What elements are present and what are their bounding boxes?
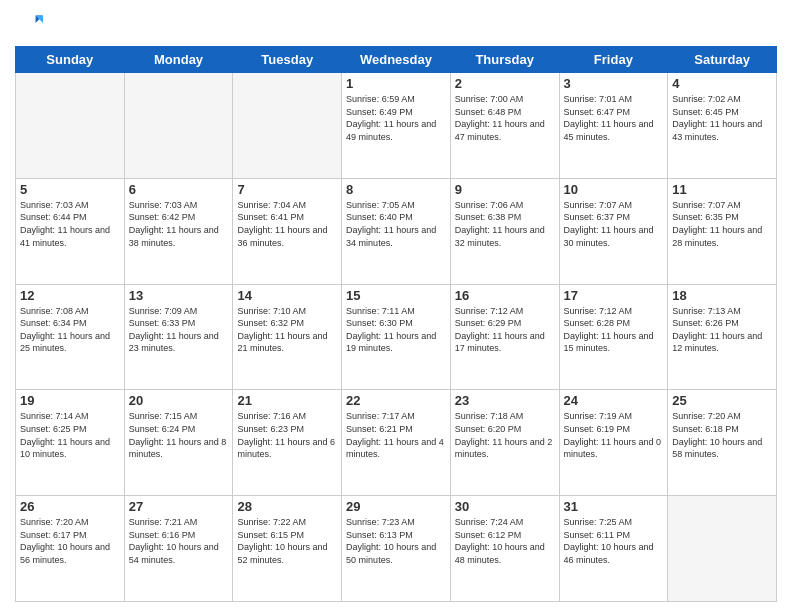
day-number: 4 bbox=[672, 76, 772, 91]
day-number: 15 bbox=[346, 288, 446, 303]
day-info: Sunrise: 7:06 AM Sunset: 6:38 PM Dayligh… bbox=[455, 199, 555, 249]
calendar-cell: 24Sunrise: 7:19 AM Sunset: 6:19 PM Dayli… bbox=[559, 390, 668, 496]
day-number: 24 bbox=[564, 393, 664, 408]
day-info: Sunrise: 7:07 AM Sunset: 6:37 PM Dayligh… bbox=[564, 199, 664, 249]
calendar-week-1: 5Sunrise: 7:03 AM Sunset: 6:44 PM Daylig… bbox=[16, 178, 777, 284]
day-info: Sunrise: 7:22 AM Sunset: 6:15 PM Dayligh… bbox=[237, 516, 337, 566]
day-number: 23 bbox=[455, 393, 555, 408]
calendar-cell: 30Sunrise: 7:24 AM Sunset: 6:12 PM Dayli… bbox=[450, 496, 559, 602]
day-info: Sunrise: 7:16 AM Sunset: 6:23 PM Dayligh… bbox=[237, 410, 337, 460]
calendar-cell: 27Sunrise: 7:21 AM Sunset: 6:16 PM Dayli… bbox=[124, 496, 233, 602]
day-info: Sunrise: 7:15 AM Sunset: 6:24 PM Dayligh… bbox=[129, 410, 229, 460]
day-info: Sunrise: 7:12 AM Sunset: 6:28 PM Dayligh… bbox=[564, 305, 664, 355]
calendar-week-0: 1Sunrise: 6:59 AM Sunset: 6:49 PM Daylig… bbox=[16, 73, 777, 179]
day-info: Sunrise: 7:20 AM Sunset: 6:17 PM Dayligh… bbox=[20, 516, 120, 566]
day-info: Sunrise: 7:19 AM Sunset: 6:19 PM Dayligh… bbox=[564, 410, 664, 460]
day-info: Sunrise: 7:14 AM Sunset: 6:25 PM Dayligh… bbox=[20, 410, 120, 460]
calendar-header-row: SundayMondayTuesdayWednesdayThursdayFrid… bbox=[16, 47, 777, 73]
calendar-cell: 25Sunrise: 7:20 AM Sunset: 6:18 PM Dayli… bbox=[668, 390, 777, 496]
calendar-header-sunday: Sunday bbox=[16, 47, 125, 73]
calendar-cell: 14Sunrise: 7:10 AM Sunset: 6:32 PM Dayli… bbox=[233, 284, 342, 390]
calendar-cell: 28Sunrise: 7:22 AM Sunset: 6:15 PM Dayli… bbox=[233, 496, 342, 602]
day-number: 1 bbox=[346, 76, 446, 91]
day-info: Sunrise: 7:11 AM Sunset: 6:30 PM Dayligh… bbox=[346, 305, 446, 355]
calendar-week-4: 26Sunrise: 7:20 AM Sunset: 6:17 PM Dayli… bbox=[16, 496, 777, 602]
calendar-cell bbox=[233, 73, 342, 179]
calendar-cell: 5Sunrise: 7:03 AM Sunset: 6:44 PM Daylig… bbox=[16, 178, 125, 284]
day-info: Sunrise: 7:08 AM Sunset: 6:34 PM Dayligh… bbox=[20, 305, 120, 355]
svg-rect-0 bbox=[15, 10, 43, 38]
day-number: 8 bbox=[346, 182, 446, 197]
day-number: 16 bbox=[455, 288, 555, 303]
day-info: Sunrise: 7:02 AM Sunset: 6:45 PM Dayligh… bbox=[672, 93, 772, 143]
day-number: 7 bbox=[237, 182, 337, 197]
calendar-cell: 23Sunrise: 7:18 AM Sunset: 6:20 PM Dayli… bbox=[450, 390, 559, 496]
day-info: Sunrise: 7:03 AM Sunset: 6:42 PM Dayligh… bbox=[129, 199, 229, 249]
calendar-header-wednesday: Wednesday bbox=[342, 47, 451, 73]
calendar-cell: 9Sunrise: 7:06 AM Sunset: 6:38 PM Daylig… bbox=[450, 178, 559, 284]
day-number: 11 bbox=[672, 182, 772, 197]
header bbox=[15, 10, 777, 38]
calendar-cell: 8Sunrise: 7:05 AM Sunset: 6:40 PM Daylig… bbox=[342, 178, 451, 284]
day-info: Sunrise: 7:21 AM Sunset: 6:16 PM Dayligh… bbox=[129, 516, 229, 566]
calendar-cell: 18Sunrise: 7:13 AM Sunset: 6:26 PM Dayli… bbox=[668, 284, 777, 390]
day-number: 5 bbox=[20, 182, 120, 197]
calendar-cell: 3Sunrise: 7:01 AM Sunset: 6:47 PM Daylig… bbox=[559, 73, 668, 179]
calendar-cell: 11Sunrise: 7:07 AM Sunset: 6:35 PM Dayli… bbox=[668, 178, 777, 284]
day-info: Sunrise: 7:01 AM Sunset: 6:47 PM Dayligh… bbox=[564, 93, 664, 143]
day-info: Sunrise: 7:23 AM Sunset: 6:13 PM Dayligh… bbox=[346, 516, 446, 566]
calendar-cell: 12Sunrise: 7:08 AM Sunset: 6:34 PM Dayli… bbox=[16, 284, 125, 390]
logo-icon bbox=[15, 10, 43, 38]
calendar-cell: 20Sunrise: 7:15 AM Sunset: 6:24 PM Dayli… bbox=[124, 390, 233, 496]
calendar-header-thursday: Thursday bbox=[450, 47, 559, 73]
day-info: Sunrise: 7:18 AM Sunset: 6:20 PM Dayligh… bbox=[455, 410, 555, 460]
calendar-cell: 10Sunrise: 7:07 AM Sunset: 6:37 PM Dayli… bbox=[559, 178, 668, 284]
day-number: 13 bbox=[129, 288, 229, 303]
day-info: Sunrise: 7:05 AM Sunset: 6:40 PM Dayligh… bbox=[346, 199, 446, 249]
day-info: Sunrise: 6:59 AM Sunset: 6:49 PM Dayligh… bbox=[346, 93, 446, 143]
calendar-header-monday: Monday bbox=[124, 47, 233, 73]
day-number: 28 bbox=[237, 499, 337, 514]
calendar-cell: 29Sunrise: 7:23 AM Sunset: 6:13 PM Dayli… bbox=[342, 496, 451, 602]
day-number: 21 bbox=[237, 393, 337, 408]
logo bbox=[15, 10, 47, 38]
day-number: 17 bbox=[564, 288, 664, 303]
day-number: 20 bbox=[129, 393, 229, 408]
calendar-cell: 21Sunrise: 7:16 AM Sunset: 6:23 PM Dayli… bbox=[233, 390, 342, 496]
calendar-week-2: 12Sunrise: 7:08 AM Sunset: 6:34 PM Dayli… bbox=[16, 284, 777, 390]
calendar-header-saturday: Saturday bbox=[668, 47, 777, 73]
calendar-table: SundayMondayTuesdayWednesdayThursdayFrid… bbox=[15, 46, 777, 602]
day-number: 10 bbox=[564, 182, 664, 197]
calendar-cell: 6Sunrise: 7:03 AM Sunset: 6:42 PM Daylig… bbox=[124, 178, 233, 284]
calendar-header-friday: Friday bbox=[559, 47, 668, 73]
day-number: 19 bbox=[20, 393, 120, 408]
day-info: Sunrise: 7:25 AM Sunset: 6:11 PM Dayligh… bbox=[564, 516, 664, 566]
day-number: 27 bbox=[129, 499, 229, 514]
calendar-cell: 16Sunrise: 7:12 AM Sunset: 6:29 PM Dayli… bbox=[450, 284, 559, 390]
day-info: Sunrise: 7:00 AM Sunset: 6:48 PM Dayligh… bbox=[455, 93, 555, 143]
calendar-cell: 31Sunrise: 7:25 AM Sunset: 6:11 PM Dayli… bbox=[559, 496, 668, 602]
day-info: Sunrise: 7:04 AM Sunset: 6:41 PM Dayligh… bbox=[237, 199, 337, 249]
day-info: Sunrise: 7:24 AM Sunset: 6:12 PM Dayligh… bbox=[455, 516, 555, 566]
day-number: 22 bbox=[346, 393, 446, 408]
day-number: 12 bbox=[20, 288, 120, 303]
day-info: Sunrise: 7:13 AM Sunset: 6:26 PM Dayligh… bbox=[672, 305, 772, 355]
calendar-cell: 15Sunrise: 7:11 AM Sunset: 6:30 PM Dayli… bbox=[342, 284, 451, 390]
calendar-header-tuesday: Tuesday bbox=[233, 47, 342, 73]
day-info: Sunrise: 7:12 AM Sunset: 6:29 PM Dayligh… bbox=[455, 305, 555, 355]
calendar-cell: 19Sunrise: 7:14 AM Sunset: 6:25 PM Dayli… bbox=[16, 390, 125, 496]
calendar-cell bbox=[668, 496, 777, 602]
calendar-cell: 1Sunrise: 6:59 AM Sunset: 6:49 PM Daylig… bbox=[342, 73, 451, 179]
day-number: 31 bbox=[564, 499, 664, 514]
day-number: 14 bbox=[237, 288, 337, 303]
day-number: 29 bbox=[346, 499, 446, 514]
day-info: Sunrise: 7:03 AM Sunset: 6:44 PM Dayligh… bbox=[20, 199, 120, 249]
day-number: 18 bbox=[672, 288, 772, 303]
day-number: 2 bbox=[455, 76, 555, 91]
day-number: 6 bbox=[129, 182, 229, 197]
day-number: 30 bbox=[455, 499, 555, 514]
day-number: 25 bbox=[672, 393, 772, 408]
calendar-cell: 4Sunrise: 7:02 AM Sunset: 6:45 PM Daylig… bbox=[668, 73, 777, 179]
day-number: 9 bbox=[455, 182, 555, 197]
calendar-cell: 26Sunrise: 7:20 AM Sunset: 6:17 PM Dayli… bbox=[16, 496, 125, 602]
